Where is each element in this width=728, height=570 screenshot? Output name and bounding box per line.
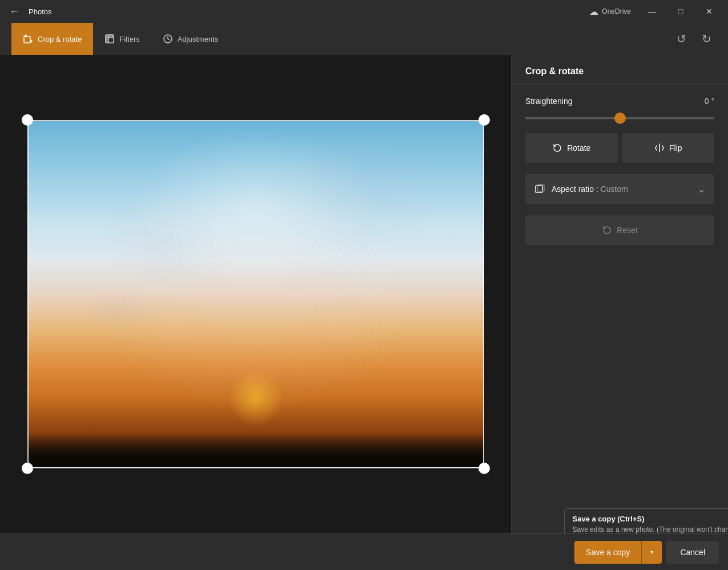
svg-rect-4 [110, 36, 112, 38]
titlebar: ← Photos ☁ OneDrive — □ ✕ [0, 0, 728, 23]
toolbar: Crop & rotate Filters Adjustments ↺ ↻ [0, 23, 728, 55]
rotate-button[interactable]: Rotate [525, 133, 618, 163]
straightening-label: Straightening [525, 97, 573, 106]
save-button-group: Save a copy ▾ [574, 541, 662, 564]
main-content: Save a copy (Ctrl+S) Save edits as a new… [0, 55, 728, 533]
undo-button[interactable]: ↺ [671, 29, 691, 49]
redo-button[interactable]: ↻ [696, 29, 717, 49]
minimize-button[interactable]: — [639, 0, 665, 23]
cloud-icon: ☁ [589, 6, 598, 17]
svg-rect-2 [107, 36, 108, 38]
save-dropdown-button[interactable]: ▾ [641, 541, 662, 564]
save-copy-button[interactable]: Save a copy [574, 541, 641, 564]
straightening-section: Straightening 0 ° [525, 97, 714, 122]
tree-silhouette [29, 433, 483, 467]
adjustments-icon [163, 34, 173, 44]
maximize-button[interactable]: □ [667, 0, 694, 23]
chevron-down-icon: ⌄ [698, 184, 705, 195]
flip-icon [654, 143, 665, 153]
reset-icon [602, 225, 612, 235]
onedrive-indicator: ☁ OneDrive [589, 6, 631, 17]
bottom-bar: Save a copy ▾ Cancel [0, 533, 728, 570]
aspect-ratio-button[interactable]: Aspect ratio : Custom ⌄ [525, 174, 714, 204]
tooltip-title: Save a copy (Ctrl+S) [573, 515, 729, 523]
tab-adjustments[interactable]: Adjustments [151, 23, 230, 55]
svg-rect-0 [24, 37, 30, 43]
photo-canvas [27, 120, 484, 468]
save-tooltip: Save a copy (Ctrl+S) Save edits as a new… [564, 508, 729, 533]
crop-container[interactable]: Save a copy (Ctrl+S) Save edits as a new… [27, 120, 484, 468]
filters-icon [104, 34, 115, 44]
reset-button[interactable]: Reset [525, 215, 714, 245]
titlebar-controls: ☁ OneDrive — □ ✕ [589, 0, 722, 23]
cloud-overlay [29, 121, 483, 467]
cancel-button[interactable]: Cancel [666, 541, 719, 564]
flip-button[interactable]: Flip [622, 133, 715, 163]
straightening-label-row: Straightening 0 ° [525, 97, 714, 106]
toolbar-actions: ↺ ↻ [671, 29, 717, 49]
straightening-slider[interactable] [525, 117, 714, 119]
crop-rotate-icon [23, 34, 33, 44]
crop-handle-bottom-right[interactable]: Save a copy (Ctrl+S) Save edits as a new… [478, 463, 490, 474]
tab-crop-rotate[interactable]: Crop & rotate [11, 23, 93, 55]
back-button[interactable]: ← [6, 3, 23, 20]
crop-handle-top-left[interactable] [22, 114, 33, 126]
svg-rect-3 [107, 39, 108, 42]
canvas-area: Save a copy (Ctrl+S) Save edits as a new… [0, 55, 511, 533]
tab-filters[interactable]: Filters [93, 23, 151, 55]
crop-handle-bottom-left[interactable] [22, 463, 33, 474]
rotate-flip-row: Rotate Flip [525, 133, 714, 163]
app-title: Photos [29, 7, 51, 16]
rotate-icon [552, 143, 562, 153]
panel-title: Crop & rotate [512, 55, 728, 85]
tooltip-description: Save edits as a new photo. (The original… [573, 525, 729, 533]
crop-handle-top-right[interactable] [478, 114, 490, 126]
aspect-ratio-icon [534, 183, 546, 195]
close-button[interactable]: ✕ [696, 0, 722, 23]
panel-content: Straightening 0 ° Rotate [512, 85, 728, 256]
straightening-value: 0 ° [705, 97, 714, 106]
side-panel: Crop & rotate Straightening 0 ° Rotate [511, 55, 728, 533]
